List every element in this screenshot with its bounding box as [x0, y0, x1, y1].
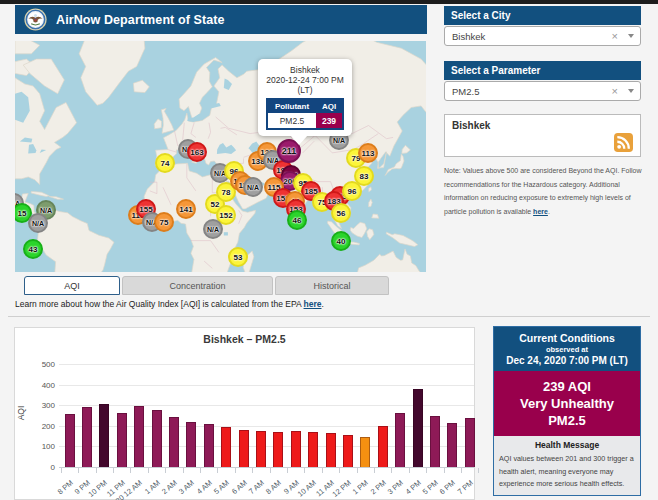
bar-7-PM[interactable] — [465, 418, 475, 467]
aqi-marker-40[interactable]: 40 — [331, 231, 351, 251]
bar-3-PM[interactable] — [395, 413, 405, 467]
bar-2020-12-AM[interactable] — [134, 406, 144, 467]
y-tick-0: 0 — [29, 463, 55, 472]
parameter-clear-icon[interactable]: × — [612, 85, 618, 97]
current-aqi-value: 239 AQI — [494, 378, 640, 395]
map-popup: Bishkek 2020-12-24 7:00 PM (LT) Pollutan… — [258, 59, 352, 136]
bar-1-PM[interactable] — [360, 437, 370, 467]
current-conditions-title: Current Conditions — [494, 332, 640, 344]
bar-11-PM[interactable] — [117, 413, 127, 467]
popup-table: Pollutant AQI PM2.5 239 — [266, 98, 344, 130]
aqi-marker-NA[interactable]: N/A — [243, 177, 263, 197]
parameter-dropdown-value: PM2.5 — [452, 86, 612, 97]
x-tick — [130, 468, 131, 473]
popup-col-pollutant: Pollutant — [267, 99, 316, 113]
bar-6-AM[interactable] — [239, 430, 249, 467]
health-message-block: Health Message AQI values between 201 an… — [494, 436, 640, 495]
x-tick — [322, 468, 323, 473]
aqi-history-chart: Bishkek – PM2.5 AQI 01002003004005008 PM… — [14, 327, 475, 500]
chart-y-axis-label: AQI — [16, 406, 26, 421]
bar-4-AM[interactable] — [204, 424, 214, 467]
aqi-marker-75[interactable]: 75 — [154, 212, 174, 232]
bar-1-AM[interactable] — [152, 410, 162, 467]
aqi-marker-141[interactable]: 141 — [176, 199, 196, 219]
x-tick — [78, 468, 79, 473]
x-tick — [409, 468, 410, 473]
health-message-title: Health Message — [499, 440, 635, 450]
bar-6-PM[interactable] — [447, 423, 457, 467]
bar-8-AM[interactable] — [273, 432, 283, 467]
note-suffix: . — [548, 208, 550, 215]
bar-7-AM[interactable] — [256, 431, 266, 467]
department-of-state-seal — [24, 8, 47, 31]
x-tick — [200, 468, 201, 473]
bar-10-PM[interactable] — [99, 404, 109, 467]
aqi-marker-83[interactable]: 83 — [354, 166, 374, 186]
rss-feed-box: Bishkek — [444, 114, 641, 157]
city-dropdown[interactable]: Bishkek × — [444, 26, 641, 46]
bar-9-PM[interactable] — [82, 407, 92, 467]
observation-datetime: Dec 24, 2020 7:00 PM (LT) — [494, 355, 640, 366]
x-tick — [391, 468, 392, 473]
tab-concentration[interactable]: Concentration — [122, 276, 273, 295]
x-tick — [183, 468, 184, 473]
map-tabs: AQI Concentration Historical — [24, 276, 391, 295]
bar-4-PM[interactable] — [413, 389, 423, 467]
world-map[interactable]: N/A15N/AN/A4374N/A163115155N/A7514152781… — [15, 41, 426, 272]
app-header: AirNow Department of State — [15, 5, 427, 34]
popup-datetime: 2020-12-24 7:00 PM — [258, 75, 352, 85]
x-tick — [304, 468, 305, 473]
bar-9-AM[interactable] — [291, 431, 301, 467]
y-tick-300: 300 — [29, 401, 55, 410]
current-conditions-header: Current Conditions observed at Dec 24, 2… — [494, 327, 640, 371]
bar-11-AM[interactable] — [326, 433, 336, 467]
city-dropdown-value: Bishkek — [452, 31, 612, 42]
tab-aqi[interactable]: AQI — [24, 276, 120, 295]
x-tick — [357, 468, 358, 473]
x-tick — [426, 468, 427, 473]
x-tick — [61, 468, 62, 473]
bar-2-PM[interactable] — [378, 426, 388, 467]
bar-3-AM[interactable] — [186, 422, 196, 467]
aqi-marker-53[interactable]: 53 — [228, 247, 248, 267]
health-message-text: AQI values between 201 and 300 trigger a… — [499, 453, 635, 491]
parameter-dropdown[interactable]: PM2.5 × — [444, 81, 641, 101]
app-title: AirNow Department of State — [56, 13, 225, 27]
y-tick-400: 400 — [29, 381, 55, 390]
aqi-marker-43[interactable]: 43 — [23, 239, 43, 259]
y-tick-500: 500 — [29, 360, 55, 369]
note-here-link[interactable]: here — [533, 208, 548, 215]
bar-2-AM[interactable] — [169, 417, 179, 467]
divider — [8, 316, 650, 317]
parameter-caret-icon[interactable] — [628, 89, 634, 93]
x-axis-line — [59, 467, 474, 468]
city-caret-icon[interactable] — [628, 34, 634, 38]
learn-more-suffix: . — [322, 299, 324, 309]
aqi-marker-113[interactable]: 113 — [358, 143, 378, 163]
aqi-marker-46[interactable]: 46 — [287, 210, 307, 230]
epa-here-link[interactable]: here — [304, 299, 322, 309]
current-conditions-panel: Current Conditions observed at Dec 24, 2… — [493, 326, 641, 496]
select-parameter-header: Select a Parameter — [444, 61, 641, 80]
tab-historical[interactable]: Historical — [275, 276, 389, 295]
bar-8-PM[interactable] — [65, 414, 75, 467]
popup-aqi-value: 239 — [316, 113, 343, 129]
aqi-marker-163[interactable]: 163 — [187, 142, 207, 162]
bar-12-PM[interactable] — [343, 435, 353, 467]
aqi-marker-74[interactable]: 74 — [155, 153, 175, 173]
aqi-marker-56[interactable]: 56 — [331, 203, 351, 223]
bar-10-AM[interactable] — [308, 432, 318, 467]
rss-city-label: Bishkek — [452, 120, 490, 131]
note-text: Note: Values above 500 are considered Be… — [444, 164, 644, 218]
bar-5-PM[interactable] — [430, 416, 440, 467]
gridline-500 — [59, 364, 474, 365]
aqi-marker-NA[interactable]: N/A — [203, 219, 223, 239]
current-pollutant: PM2.5 — [494, 412, 640, 429]
rss-icon[interactable] — [614, 133, 633, 152]
learn-more-text: Learn more about how the Air Quality Ind… — [15, 299, 324, 309]
x-tick — [270, 468, 271, 473]
city-clear-icon[interactable]: × — [612, 30, 618, 42]
bar-5-AM[interactable] — [221, 427, 231, 467]
current-aqi-block: 239 AQI Very Unhealthy PM2.5 — [494, 371, 640, 436]
aqi-marker-NA[interactable]: N/A — [28, 213, 48, 233]
